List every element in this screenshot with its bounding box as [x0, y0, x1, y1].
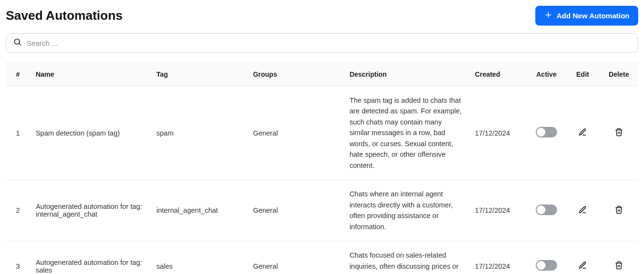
automations-table: # Name Tag Groups Description Created Ac…: [6, 62, 638, 274]
add-button-label: Add New Automation: [557, 12, 630, 20]
add-new-automation-button[interactable]: Add New Automation: [535, 6, 638, 26]
cell-tag: internal_agent_chat: [151, 180, 247, 241]
cell-name: Autogenerated automation for tag: intern…: [30, 180, 151, 241]
col-header-edit: Edit: [566, 63, 600, 86]
table-row: 1Spam detection (spam tag)spamGeneralThe…: [6, 86, 638, 180]
col-header-groups: Groups: [247, 63, 344, 86]
cell-idx: 1: [6, 86, 30, 180]
col-header-delete: Delete: [600, 63, 638, 86]
cell-delete: [600, 86, 638, 180]
cell-active: [527, 180, 566, 241]
active-toggle[interactable]: [536, 260, 557, 271]
col-header-name: Name: [30, 63, 151, 86]
pencil-icon: [578, 128, 587, 138]
col-header-description: Description: [343, 63, 469, 86]
search-icon: [13, 38, 22, 48]
cell-description: Chats focused on sales-related inquiries…: [343, 241, 469, 274]
search-input[interactable]: [27, 39, 631, 47]
cell-active: [527, 86, 566, 180]
search-container: [6, 33, 638, 53]
cell-name: Spam detection (spam tag): [30, 86, 151, 180]
cell-name: Autogenerated automation for tag: sales: [30, 241, 151, 274]
col-header-idx: #: [6, 63, 30, 86]
trash-icon: [615, 206, 623, 216]
col-header-created: Created: [469, 63, 527, 86]
table-header-row: # Name Tag Groups Description Created Ac…: [6, 63, 638, 86]
cell-delete: [600, 180, 638, 241]
cell-groups: General: [247, 86, 344, 180]
col-header-tag: Tag: [151, 63, 247, 86]
cell-created: 17/12/2024: [469, 241, 527, 274]
table-row: 3Autogenerated automation for tag: sales…: [6, 241, 638, 274]
trash-icon: [615, 261, 623, 271]
delete-button[interactable]: [613, 204, 625, 218]
cell-groups: General: [247, 180, 344, 241]
cell-delete: [600, 241, 638, 274]
cell-description: The spam tag is added to chats that are …: [343, 86, 469, 180]
svg-point-0: [14, 39, 20, 44]
cell-edit: [566, 86, 600, 180]
active-toggle[interactable]: [536, 127, 557, 137]
cell-description: Chats where an internal agent interacts …: [343, 180, 469, 241]
table-row: 2Autogenerated automation for tag: inter…: [6, 180, 638, 241]
delete-button[interactable]: [613, 259, 625, 273]
plus-icon: [544, 11, 553, 21]
cell-idx: 3: [6, 241, 30, 274]
edit-button[interactable]: [576, 204, 589, 218]
delete-button[interactable]: [613, 126, 625, 140]
page-title: Saved Automations: [6, 8, 123, 23]
col-header-active: Active: [527, 63, 566, 86]
trash-icon: [615, 128, 623, 138]
pencil-icon: [578, 261, 587, 271]
cell-created: 17/12/2024: [469, 86, 527, 180]
cell-idx: 2: [6, 180, 30, 241]
cell-created: 17/12/2024: [469, 180, 527, 241]
cell-tag: sales: [151, 241, 247, 274]
cell-edit: [566, 241, 600, 274]
cell-active: [527, 241, 566, 274]
edit-button[interactable]: [576, 126, 589, 140]
pencil-icon: [578, 206, 587, 216]
cell-edit: [566, 180, 600, 241]
active-toggle[interactable]: [536, 205, 557, 215]
cell-groups: General: [247, 241, 344, 274]
edit-button[interactable]: [576, 259, 589, 273]
cell-tag: spam: [151, 86, 247, 180]
